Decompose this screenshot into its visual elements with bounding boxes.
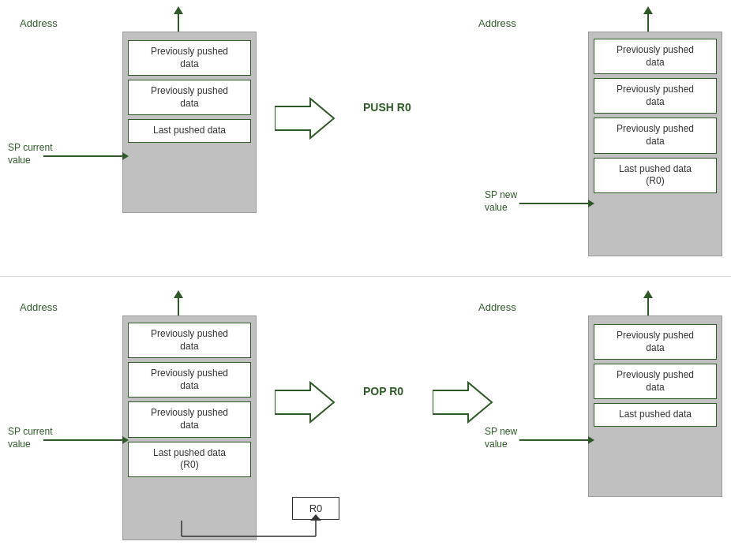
bot-left-stack: Previously pusheddata Previously pushedd… <box>122 315 257 540</box>
diagram-area: Address Previously pusheddata Previously… <box>0 0 731 560</box>
bot-big-arrow-2 <box>433 379 496 428</box>
bot-left-cell-2: Previously pusheddata <box>128 362 251 398</box>
top-left-stack: Previously pusheddata Previously pushedd… <box>122 32 257 213</box>
bot-left-cell-1: Previously pusheddata <box>128 323 251 358</box>
bot-left-address-label: Address <box>20 301 58 313</box>
bot-right-address-label: Address <box>478 301 516 313</box>
svg-marker-5 <box>275 383 334 422</box>
top-right-cell-1: Previously pusheddata <box>594 39 717 74</box>
top-right-cell-3: Previously pusheddata <box>594 118 717 153</box>
bot-right-cell-2: Previously pusheddata <box>594 364 717 399</box>
top-left-cell-3: Last pushed data <box>128 119 251 143</box>
bot-right-sp-label: SP new value <box>485 426 517 450</box>
top-left-cell-2: Previously pusheddata <box>128 80 251 115</box>
svg-marker-0 <box>275 99 334 138</box>
svg-marker-6 <box>433 383 492 422</box>
bot-left-sp-label: SP current value <box>8 426 52 450</box>
divider <box>0 276 731 277</box>
top-right-sp-label: SP new value <box>485 189 517 214</box>
top-left-sp-label: SP current value <box>8 142 52 166</box>
bot-right-sp-arrow <box>519 436 594 444</box>
top-right-cell-2: Previously pusheddata <box>594 78 717 114</box>
top-right-address-label: Address <box>478 17 516 29</box>
r0-connector-svg <box>182 521 308 560</box>
bot-right-stack: Previously pusheddata Previously pushedd… <box>588 315 722 497</box>
bot-operation-label: POP R0 <box>363 385 403 398</box>
top-left-address-label: Address <box>20 17 58 29</box>
bot-right-cell-1: Previously pusheddata <box>594 324 717 360</box>
top-operation-label: PUSH R0 <box>363 101 411 114</box>
bot-left-sp-arrow <box>43 436 129 444</box>
bot-big-arrow <box>275 379 338 428</box>
bot-left-cell-4: Last pushed data(R0) <box>128 442 251 477</box>
bot-left-cell-3: Previously pusheddata <box>128 401 251 437</box>
top-left-sp-arrow <box>43 152 129 160</box>
top-right-cell-4: Last pushed data(R0) <box>594 158 717 193</box>
top-left-cell-1: Previously pusheddata <box>128 40 251 76</box>
top-right-stack: Previously pusheddata Previously pushedd… <box>588 32 722 256</box>
top-right-sp-arrow <box>519 200 594 207</box>
bot-right-cell-3: Last pushed data <box>594 403 717 427</box>
top-big-arrow <box>275 95 338 144</box>
